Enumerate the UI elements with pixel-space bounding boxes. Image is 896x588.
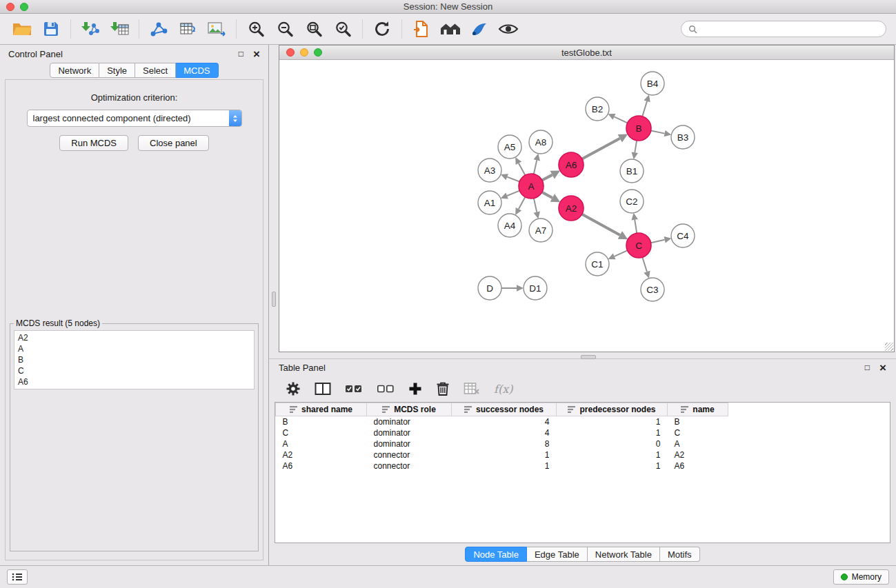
table-cell[interactable]: A2 xyxy=(276,449,367,460)
table-cell[interactable]: B xyxy=(668,416,728,427)
edge-A-A1[interactable] xyxy=(507,191,519,196)
select-all-columns-button[interactable] xyxy=(345,383,363,394)
open-session-button[interactable] xyxy=(10,17,34,41)
edge-A-A3[interactable] xyxy=(507,177,519,182)
table-row[interactable]: Cdominator41C xyxy=(276,427,728,438)
node-A8[interactable]: A8 xyxy=(529,130,552,154)
mcds-result-item[interactable]: A2 xyxy=(18,332,250,343)
close-panel-button[interactable]: Close panel xyxy=(138,135,209,151)
horizontal-splitter-handle[interactable] xyxy=(581,355,596,359)
apply-style-button[interactable] xyxy=(467,17,492,41)
panel-menu-button[interactable] xyxy=(7,569,28,585)
column-header-predecessor-nodes[interactable]: predecessor nodes xyxy=(557,403,668,416)
edge-B-B1[interactable] xyxy=(635,141,637,153)
table-cell[interactable]: 4 xyxy=(452,427,557,438)
node-A7[interactable]: A7 xyxy=(529,219,552,242)
mcds-result-item[interactable]: C xyxy=(18,365,250,376)
node-A4[interactable]: A4 xyxy=(498,214,521,237)
table-row[interactable]: A6connector11A6 xyxy=(276,460,728,472)
control-tab-style[interactable]: Style xyxy=(99,63,135,78)
table-tab-network-table[interactable]: Network Table xyxy=(588,547,660,562)
node-C[interactable]: C xyxy=(626,233,651,258)
table-cell[interactable]: dominator xyxy=(367,416,452,427)
table-cell[interactable]: A xyxy=(276,438,367,449)
table-cell[interactable]: 1 xyxy=(557,449,668,460)
table-cell[interactable]: 1 xyxy=(452,460,557,472)
show-graphics-details-button[interactable] xyxy=(496,17,521,41)
close-window-button[interactable] xyxy=(6,3,14,11)
new-table-button[interactable] xyxy=(175,17,200,41)
table-tab-node-table[interactable]: Node Table xyxy=(465,547,527,562)
table-cell[interactable]: 1 xyxy=(557,427,668,438)
table-cell[interactable]: 4 xyxy=(452,416,557,427)
network-zoom-button[interactable] xyxy=(314,48,322,57)
delete-column-button[interactable] xyxy=(436,381,450,396)
table-cell[interactable]: A6 xyxy=(276,460,367,472)
create-column-button[interactable] xyxy=(408,382,422,396)
edge-B-B4[interactable] xyxy=(642,101,647,116)
edge-A-A4[interactable] xyxy=(519,197,526,209)
import-table-from-file-button[interactable] xyxy=(107,17,132,41)
delete-table-button[interactable] xyxy=(464,382,480,396)
table-row[interactable]: Bdominator41B xyxy=(276,416,728,427)
unselect-all-columns-button[interactable] xyxy=(377,383,395,394)
new-network-button[interactable] xyxy=(146,17,171,41)
table-panel-float-button[interactable]: □ xyxy=(865,363,870,372)
table-row[interactable]: Adominator80A xyxy=(276,438,728,449)
network-close-button[interactable] xyxy=(286,48,295,57)
table-cell[interactable]: A2 xyxy=(668,449,728,460)
zoom-in-button[interactable] xyxy=(243,17,268,41)
edge-A-A8[interactable] xyxy=(534,160,537,174)
table-cell[interactable]: connector xyxy=(367,449,452,460)
control-panel-close-button[interactable]: × xyxy=(253,48,260,60)
node-A2[interactable]: A2 xyxy=(559,196,584,221)
network-graph[interactable]: B4B2BB3A5A8A6B1A3AC2A1A2A4A7C4CC1C3DD1 xyxy=(279,60,894,352)
resize-grip-icon[interactable] xyxy=(885,343,893,351)
edge-A-A6[interactable] xyxy=(542,175,552,181)
node-D[interactable]: D xyxy=(478,276,501,300)
node-A3[interactable]: A3 xyxy=(478,159,501,182)
edge-B-B2[interactable] xyxy=(614,116,627,123)
table-cell[interactable]: A6 xyxy=(668,460,728,472)
node-D1[interactable]: D1 xyxy=(524,276,547,300)
edge-A-A2[interactable] xyxy=(542,192,552,198)
table-cell[interactable]: A xyxy=(668,438,728,449)
node-C4[interactable]: C4 xyxy=(671,224,695,247)
table-cell[interactable]: 1 xyxy=(557,460,668,472)
run-mcds-button[interactable]: Run MCDS xyxy=(59,135,128,151)
table-cell[interactable]: B xyxy=(276,416,367,427)
table-settings-button[interactable] xyxy=(286,381,301,396)
control-tab-select[interactable]: Select xyxy=(135,63,176,78)
mcds-result-item[interactable]: A6 xyxy=(18,376,250,387)
optimization-criterion-dropdown[interactable]: largest connected component (directed) xyxy=(27,110,242,127)
table-cell[interactable]: dominator xyxy=(367,427,452,438)
node-C2[interactable]: C2 xyxy=(620,190,644,213)
table-row[interactable]: A2connector11A2 xyxy=(276,449,728,460)
table-panel-close-button[interactable]: × xyxy=(879,362,886,374)
copy-view-button[interactable] xyxy=(409,17,434,41)
mcds-result-item[interactable]: A xyxy=(18,343,250,354)
node-A[interactable]: A xyxy=(519,174,544,199)
zoom-fit-button[interactable] xyxy=(301,17,326,41)
table-cell[interactable]: 1 xyxy=(557,416,668,427)
node-C1[interactable]: C1 xyxy=(586,252,609,276)
save-session-button[interactable] xyxy=(39,17,63,41)
edge-C-C3[interactable] xyxy=(642,257,647,272)
column-header-name[interactable]: name xyxy=(668,403,728,416)
node-A6[interactable]: A6 xyxy=(559,152,584,177)
mcds-result-item[interactable]: B xyxy=(18,354,250,365)
column-header-mcds-role[interactable]: MCDS role xyxy=(367,403,452,416)
node-B4[interactable]: B4 xyxy=(641,72,664,95)
edge-A-A7[interactable] xyxy=(534,199,537,212)
apply-layout-button[interactable] xyxy=(370,17,395,41)
edge-A-A5[interactable] xyxy=(519,163,526,175)
control-tab-mcds[interactable]: MCDS xyxy=(176,63,218,78)
edge-A2-C[interactable] xyxy=(582,214,620,235)
search-input[interactable] xyxy=(701,24,879,34)
table-tab-motifs[interactable]: Motifs xyxy=(660,547,700,562)
table-cell[interactable]: 1 xyxy=(452,449,557,460)
table-cell[interactable]: connector xyxy=(367,460,452,472)
edge-C-C2[interactable] xyxy=(635,220,637,234)
edge-A6-B[interactable] xyxy=(582,139,620,159)
edge-C-C4[interactable] xyxy=(651,240,665,243)
